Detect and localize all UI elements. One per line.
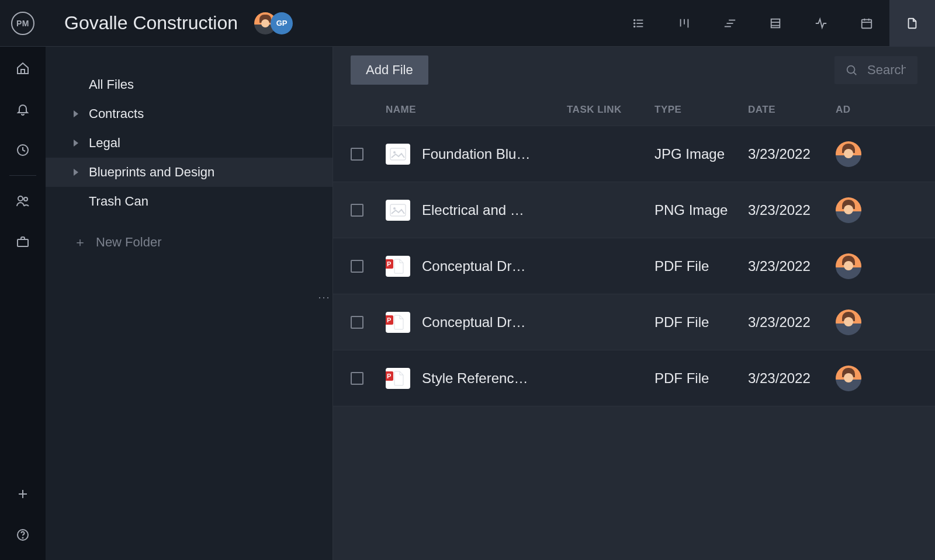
search-input[interactable] (866, 62, 907, 78)
board-icon (678, 17, 691, 30)
folder-trash[interactable]: Trash Can (46, 187, 333, 216)
nav-portfolio[interactable] (15, 234, 30, 249)
folder-label: Blueprints and Design (89, 165, 214, 180)
image-file-icon (386, 144, 410, 165)
col-header-name[interactable]: NAME (386, 104, 567, 116)
folder-trash-label: Trash Can (89, 194, 148, 209)
nav-rail (0, 47, 46, 560)
file-date: 3/23/2022 (748, 202, 836, 218)
file-type: PNG Image (654, 202, 748, 218)
added-by-avatar[interactable] (836, 253, 861, 279)
view-tab-files[interactable] (889, 0, 935, 47)
sidebar-resize-handle[interactable]: ⋮ (317, 292, 331, 302)
pdf-file-icon: P (386, 368, 410, 389)
svg-point-4 (634, 23, 635, 24)
pdf-file-icon: P (386, 256, 410, 277)
file-row[interactable]: Foundation Blu…JPG Image3/23/2022 (333, 126, 935, 182)
file-name: Foundation Blu… (422, 146, 530, 162)
row-checkbox[interactable] (351, 204, 363, 217)
help-icon (16, 528, 30, 542)
file-name: Electrical and … (422, 202, 524, 218)
row-checkbox[interactable] (351, 148, 363, 161)
added-by-avatar[interactable] (836, 197, 861, 223)
pdf-file-icon: P (386, 312, 410, 333)
folder-root[interactable]: All Files (46, 70, 333, 99)
file-row[interactable]: PConceptual Dr…PDF File3/23/2022 (333, 238, 935, 294)
nav-help[interactable] (15, 527, 30, 542)
file-name: Conceptual Dr… (422, 314, 525, 331)
new-folder-label: New Folder (96, 235, 161, 250)
nav-home[interactable] (15, 61, 30, 76)
file-row[interactable]: PConceptual Dr…PDF File3/23/2022 (333, 294, 935, 350)
col-header-type[interactable]: TYPE (654, 104, 748, 116)
nav-divider (9, 175, 37, 176)
svg-rect-19 (21, 69, 25, 74)
file-type: PDF File (654, 370, 748, 387)
svg-point-28 (847, 66, 855, 74)
folder-contracts[interactable]: Contracts (46, 99, 333, 128)
folder-label: Legal (89, 135, 120, 151)
file-name: Style Referenc… (422, 370, 528, 387)
svg-point-22 (24, 197, 27, 201)
folder-label: Contracts (89, 106, 144, 121)
col-header-task[interactable]: TASK LINK (567, 104, 654, 116)
file-row[interactable]: Electrical and …PNG Image3/23/2022 (333, 182, 935, 238)
file-type: PDF File (654, 258, 748, 274)
plus-icon (16, 487, 30, 501)
view-tabs (616, 0, 935, 47)
new-folder-button[interactable]: ＋ New Folder (46, 228, 333, 257)
col-header-added[interactable]: AD (836, 104, 871, 116)
added-by-avatar[interactable] (836, 366, 861, 391)
avatar-user-2[interactable]: GP (271, 12, 293, 34)
view-tab-list[interactable] (616, 0, 662, 47)
svg-point-5 (634, 26, 635, 27)
row-checkbox[interactable] (351, 372, 363, 385)
folder-sidebar: All Files Contracts Legal Blueprints and… (46, 47, 333, 560)
files-toolbar: Add File (333, 47, 935, 93)
chevron-right-icon (74, 169, 78, 176)
briefcase-icon (16, 235, 30, 249)
row-checkbox[interactable] (351, 260, 363, 273)
topbar: PM Govalle Construction GP (0, 0, 935, 47)
file-date: 3/23/2022 (748, 370, 836, 387)
folder-legal[interactable]: Legal (46, 128, 333, 158)
assignee-avatars[interactable]: GP (254, 12, 293, 34)
added-by-avatar[interactable] (836, 141, 861, 167)
added-by-avatar[interactable] (836, 309, 861, 335)
file-date: 3/23/2022 (748, 146, 836, 162)
file-date: 3/23/2022 (748, 314, 836, 331)
svg-rect-12 (771, 19, 780, 27)
view-tab-workload[interactable] (798, 0, 844, 47)
app-logo-circle: PM (11, 12, 34, 35)
folder-blueprints[interactable]: Blueprints and Design (46, 158, 333, 187)
search-field[interactable] (834, 56, 917, 84)
file-type: JPG Image (654, 146, 748, 162)
nav-notifications[interactable] (15, 102, 30, 117)
folder-root-label: All Files (89, 77, 134, 92)
calendar-icon (860, 17, 873, 30)
app-logo[interactable]: PM (0, 0, 46, 47)
gantt-icon (723, 17, 736, 30)
file-row[interactable]: PStyle Referenc…PDF File3/23/2022 (333, 350, 935, 406)
chevron-right-icon (74, 110, 78, 117)
file-date: 3/23/2022 (748, 258, 836, 274)
nav-team[interactable] (15, 193, 30, 208)
svg-line-29 (854, 72, 857, 75)
nav-recent[interactable] (15, 142, 30, 158)
file-icon (906, 17, 919, 30)
files-panel: Add File NAME TASK LINK TYPE DATE AD Fou… (333, 47, 935, 560)
activity-icon (815, 17, 827, 30)
row-checkbox[interactable] (351, 316, 363, 329)
add-file-button[interactable]: Add File (351, 55, 428, 85)
view-tab-gantt[interactable] (707, 0, 753, 47)
file-type: PDF File (654, 314, 748, 331)
view-tab-sheet[interactable] (753, 0, 798, 47)
col-header-date[interactable]: DATE (748, 104, 836, 116)
search-icon (845, 64, 858, 76)
svg-point-3 (634, 19, 635, 20)
view-tab-board[interactable] (662, 0, 707, 47)
view-tab-calendar[interactable] (844, 0, 889, 47)
list-icon (632, 17, 645, 30)
nav-add[interactable] (15, 486, 30, 502)
plus-icon: ＋ (74, 234, 86, 251)
